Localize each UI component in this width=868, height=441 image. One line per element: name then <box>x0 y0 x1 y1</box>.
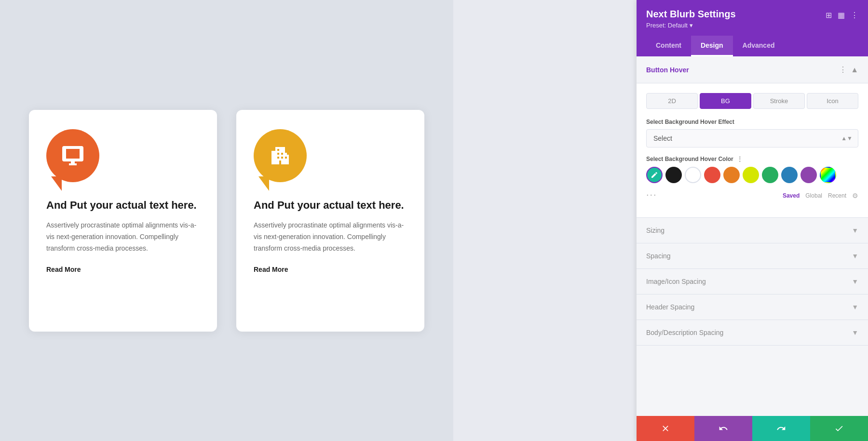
blurb-title-2: And Put your actual text here. <box>254 199 404 213</box>
image-icon-spacing-section[interactable]: Image/Icon Spacing ▼ <box>637 269 868 294</box>
color-swatch-red[interactable] <box>704 167 720 183</box>
sizing-chevron-icon: ▼ <box>852 227 858 234</box>
body-description-spacing-section[interactable]: Body/Description Spacing ▼ <box>637 320 868 346</box>
color-more-dots[interactable]: ··· <box>646 189 657 200</box>
blurb-icon-wrap-1 <box>46 129 99 187</box>
body-description-spacing-chevron-icon: ▼ <box>852 329 858 336</box>
sub-tab-stroke[interactable]: Stroke <box>753 93 805 109</box>
redo-button[interactable] <box>752 416 810 441</box>
blurb-card-2: And Put your actual text here. Assertive… <box>236 110 424 332</box>
bg-hover-color-field: Select Background Hover Color ⋮ <box>646 155 858 200</box>
body-description-spacing-title: Body/Description Spacing <box>646 329 723 336</box>
button-hover-content: 2D BG Stroke Icon Select Background <box>637 83 868 217</box>
section-icons: ⋮ ▲ <box>839 65 858 74</box>
canvas-area: And Put your actual text here. Assertive… <box>0 0 453 441</box>
color-swatch-white[interactable] <box>685 167 701 183</box>
pen-icon <box>651 171 658 179</box>
button-hover-title: Button Hover <box>646 66 689 74</box>
blurb-icon-tail-1 <box>51 176 62 191</box>
blurb-readmore-2[interactable]: Read More <box>254 266 288 273</box>
color-picker-button[interactable] <box>646 167 663 183</box>
blurb-title-1: And Put your actual text here. <box>46 199 197 213</box>
color-label-menu-icon[interactable]: ⋮ <box>736 155 743 163</box>
color-tab-global[interactable]: Global <box>805 192 822 199</box>
color-swatch-yellow[interactable] <box>743 167 759 183</box>
sizing-section[interactable]: Sizing ▼ <box>637 218 868 243</box>
sub-tabs: 2D BG Stroke Icon <box>646 93 858 109</box>
spacing-section[interactable]: Spacing ▼ <box>637 243 868 269</box>
spacing-title: Spacing <box>646 252 671 260</box>
blurb-readmore-1[interactable]: Read More <box>46 266 81 273</box>
undo-icon <box>719 424 728 433</box>
bg-hover-effect-label: Select Background Hover Effect <box>646 119 858 125</box>
color-swatch-black[interactable] <box>665 167 682 183</box>
blurb-icon-circle-2 <box>254 129 307 182</box>
cancel-button[interactable] <box>637 416 694 441</box>
panel-header-icons: ⊞ ▦ ⋮ <box>826 11 858 20</box>
section-menu-icon[interactable]: ⋮ <box>839 65 847 74</box>
header-spacing-chevron-icon: ▼ <box>852 303 858 311</box>
sizing-title: Sizing <box>646 227 665 234</box>
header-spacing-title: Header Spacing <box>646 303 694 311</box>
color-swatch-blue[interactable] <box>781 167 798 183</box>
undo-button[interactable] <box>694 416 752 441</box>
sub-tab-icon[interactable]: Icon <box>807 93 858 109</box>
more-icon[interactable]: ⋮ <box>851 11 858 20</box>
blurb-card-1: And Put your actual text here. Assertive… <box>29 110 217 332</box>
panel-preset[interactable]: Preset: Default ▾ <box>646 22 736 29</box>
building-icon <box>269 144 292 167</box>
redo-icon <box>776 424 786 433</box>
color-swatches <box>646 167 858 183</box>
tab-advanced[interactable]: Advanced <box>733 36 785 56</box>
spacing-chevron-icon: ▼ <box>852 252 858 260</box>
color-tab-saved[interactable]: Saved <box>783 192 800 199</box>
bg-hover-effect-field: Select Background Hover Effect Select ▲▼ <box>646 119 858 147</box>
blurb-body-2: Assertively procrastinate optimal alignm… <box>254 220 407 254</box>
responsive-icon[interactable]: ⊞ <box>826 11 832 20</box>
sub-tab-2d[interactable]: 2D <box>646 93 698 109</box>
header-spacing-section[interactable]: Header Spacing ▼ <box>637 294 868 320</box>
panel-tabs: Content Design Advanced <box>637 36 868 56</box>
blurb-icon-circle-1 <box>46 129 99 182</box>
panel-body: Button Hover ⋮ ▲ 2D BG Stroke <box>637 56 868 441</box>
button-hover-header[interactable]: Button Hover ⋮ ▲ <box>637 56 868 83</box>
tab-design[interactable]: Design <box>691 36 733 56</box>
panel-header-left: Next Blurb Settings Preset: Default ▾ <box>646 9 736 29</box>
monitor-icon <box>61 144 84 167</box>
color-swatch-orange[interactable] <box>723 167 740 183</box>
color-tabs: Saved Global Recent ⚙ <box>783 192 858 200</box>
color-swatch-green[interactable] <box>762 167 778 183</box>
blurb-body-1: Assertively procrastinate optimal alignm… <box>46 220 200 254</box>
color-swatch-purple[interactable] <box>800 167 817 183</box>
blurb-icon-tail-2 <box>258 176 269 191</box>
settings-panel: Next Blurb Settings Preset: Default ▾ ⊞ … <box>637 0 868 441</box>
bg-hover-color-label: Select Background Hover Color ⋮ <box>646 155 858 163</box>
section-collapse-icon[interactable]: ▲ <box>851 66 858 74</box>
sub-tab-bg[interactable]: BG <box>700 93 751 109</box>
layout-icon[interactable]: ▦ <box>838 11 845 20</box>
panel-title: Next Blurb Settings <box>646 9 736 20</box>
blurb-icon-wrap-2 <box>254 129 307 187</box>
panel-header: Next Blurb Settings Preset: Default ▾ ⊞ … <box>637 0 868 36</box>
color-tab-recent[interactable]: Recent <box>828 192 846 199</box>
tab-content[interactable]: Content <box>646 36 691 56</box>
save-checkmark-icon <box>834 424 844 433</box>
bg-hover-effect-select-wrap: Select ▲▼ <box>646 129 858 147</box>
bottom-toolbar <box>637 416 868 441</box>
image-icon-spacing-chevron-icon: ▼ <box>852 278 858 285</box>
color-swatch-gradient[interactable] <box>820 167 836 183</box>
bg-hover-effect-select[interactable]: Select <box>646 129 858 147</box>
image-icon-spacing-title: Image/Icon Spacing <box>646 278 706 285</box>
cancel-icon <box>661 424 670 433</box>
save-button[interactable] <box>810 416 868 441</box>
button-hover-section: Button Hover ⋮ ▲ 2D BG Stroke <box>637 56 868 218</box>
color-tab-settings-icon[interactable]: ⚙ <box>852 192 858 200</box>
